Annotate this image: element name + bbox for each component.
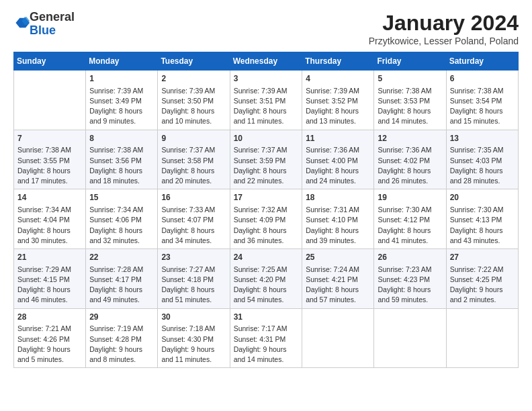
- logo-icon: [15, 15, 30, 30]
- calendar-day-cell: 10Sunrise: 7:37 AMSunset: 3:59 PMDayligh…: [230, 130, 302, 189]
- calendar-day-cell: 16Sunrise: 7:33 AMSunset: 4:07 PMDayligh…: [158, 189, 230, 249]
- day-number: 29: [89, 312, 154, 323]
- title-block: January 2024 Przytkowice, Lesser Poland,…: [369, 11, 519, 46]
- calendar-day-cell: 1Sunrise: 7:39 AMSunset: 3:49 PMDaylight…: [86, 71, 158, 130]
- calendar-day-cell: 17Sunrise: 7:32 AMSunset: 4:09 PMDayligh…: [230, 189, 302, 249]
- location-text: Przytkowice, Lesser Poland, Poland: [369, 36, 519, 46]
- day-info: Sunrise: 7:37 AMSunset: 3:58 PMDaylight:…: [161, 145, 226, 186]
- calendar-week-row: 14Sunrise: 7:34 AMSunset: 4:04 PMDayligh…: [14, 189, 519, 249]
- calendar-day-cell: 30Sunrise: 7:18 AMSunset: 4:30 PMDayligh…: [158, 308, 230, 368]
- day-number: 19: [378, 192, 442, 203]
- day-number: 17: [234, 192, 299, 203]
- day-info: Sunrise: 7:17 AMSunset: 4:31 PMDaylight:…: [234, 324, 299, 365]
- calendar-day-cell: 3Sunrise: 7:39 AMSunset: 3:51 PMDaylight…: [230, 71, 302, 130]
- day-number: 2: [161, 73, 226, 85]
- day-info: Sunrise: 7:30 AMSunset: 4:13 PMDaylight:…: [450, 205, 515, 246]
- day-number: 15: [89, 192, 154, 203]
- weekday-header-cell: Saturday: [446, 52, 518, 71]
- day-number: 24: [234, 252, 299, 263]
- day-info: Sunrise: 7:30 AMSunset: 4:12 PMDaylight:…: [378, 205, 442, 246]
- month-title: January 2024: [369, 11, 519, 36]
- day-number: 27: [450, 252, 515, 263]
- day-info: Sunrise: 7:39 AMSunset: 3:52 PMDaylight:…: [306, 86, 370, 127]
- calendar-day-cell: 22Sunrise: 7:28 AMSunset: 4:17 PMDayligh…: [86, 249, 158, 309]
- day-number: 30: [161, 312, 226, 323]
- day-info: Sunrise: 7:19 AMSunset: 4:28 PMDaylight:…: [89, 324, 154, 365]
- day-info: Sunrise: 7:36 AMSunset: 4:00 PMDaylight:…: [306, 145, 370, 186]
- logo-blue-text: Blue: [30, 24, 56, 37]
- day-number: 11: [306, 133, 370, 144]
- day-info: Sunrise: 7:27 AMSunset: 4:18 PMDaylight:…: [161, 265, 226, 306]
- day-info: Sunrise: 7:22 AMSunset: 4:25 PMDaylight:…: [450, 265, 515, 306]
- calendar-day-cell: 8Sunrise: 7:38 AMSunset: 3:56 PMDaylight…: [86, 130, 158, 189]
- calendar-day-cell: 18Sunrise: 7:31 AMSunset: 4:10 PMDayligh…: [302, 189, 374, 249]
- weekday-header-row: SundayMondayTuesdayWednesdayThursdayFrid…: [14, 52, 519, 71]
- day-info: Sunrise: 7:38 AMSunset: 3:53 PMDaylight:…: [378, 86, 442, 127]
- calendar-day-cell: 6Sunrise: 7:38 AMSunset: 3:54 PMDaylight…: [446, 71, 518, 130]
- day-info: Sunrise: 7:34 AMSunset: 4:04 PMDaylight:…: [17, 205, 82, 246]
- day-info: Sunrise: 7:38 AMSunset: 3:55 PMDaylight:…: [17, 145, 82, 186]
- calendar-week-row: 1Sunrise: 7:39 AMSunset: 3:49 PMDaylight…: [14, 71, 519, 130]
- day-number: 23: [161, 252, 226, 263]
- calendar-day-cell: 28Sunrise: 7:21 AMSunset: 4:26 PMDayligh…: [14, 308, 86, 368]
- calendar-day-cell: 15Sunrise: 7:34 AMSunset: 4:06 PMDayligh…: [86, 189, 158, 249]
- day-number: 13: [450, 133, 515, 144]
- day-number: 22: [89, 252, 154, 263]
- calendar-day-cell: 12Sunrise: 7:36 AMSunset: 4:02 PMDayligh…: [374, 130, 446, 189]
- calendar-day-cell: 31Sunrise: 7:17 AMSunset: 4:31 PMDayligh…: [230, 308, 302, 368]
- weekday-header-cell: Wednesday: [230, 52, 302, 71]
- calendar-day-cell: 21Sunrise: 7:29 AMSunset: 4:15 PMDayligh…: [14, 249, 86, 309]
- day-info: Sunrise: 7:36 AMSunset: 4:02 PMDaylight:…: [378, 145, 442, 186]
- calendar-day-cell: 20Sunrise: 7:30 AMSunset: 4:13 PMDayligh…: [446, 189, 518, 249]
- day-number: 8: [89, 133, 154, 144]
- day-number: 20: [450, 192, 515, 203]
- calendar-day-cell: 2Sunrise: 7:39 AMSunset: 3:50 PMDaylight…: [158, 71, 230, 130]
- calendar-day-cell: [374, 308, 446, 368]
- day-info: Sunrise: 7:29 AMSunset: 4:15 PMDaylight:…: [17, 265, 82, 306]
- day-number: 1: [89, 73, 154, 85]
- calendar-body: 1Sunrise: 7:39 AMSunset: 3:49 PMDaylight…: [14, 71, 519, 368]
- day-info: Sunrise: 7:31 AMSunset: 4:10 PMDaylight:…: [306, 205, 370, 246]
- day-info: Sunrise: 7:25 AMSunset: 4:20 PMDaylight:…: [234, 265, 299, 306]
- day-number: 31: [234, 312, 299, 323]
- calendar-day-cell: 29Sunrise: 7:19 AMSunset: 4:28 PMDayligh…: [86, 308, 158, 368]
- calendar-day-cell: 27Sunrise: 7:22 AMSunset: 4:25 PMDayligh…: [446, 249, 518, 309]
- calendar-day-cell: [302, 308, 374, 368]
- calendar-day-cell: [446, 308, 518, 368]
- calendar-day-cell: 7Sunrise: 7:38 AMSunset: 3:55 PMDaylight…: [14, 130, 86, 189]
- logo-general-text: General: [30, 10, 75, 24]
- calendar-day-cell: 11Sunrise: 7:36 AMSunset: 4:00 PMDayligh…: [302, 130, 374, 189]
- calendar-day-cell: 26Sunrise: 7:23 AMSunset: 4:23 PMDayligh…: [374, 249, 446, 309]
- calendar-day-cell: 5Sunrise: 7:38 AMSunset: 3:53 PMDaylight…: [374, 71, 446, 130]
- day-info: Sunrise: 7:39 AMSunset: 3:50 PMDaylight:…: [161, 86, 226, 127]
- page-header: General Blue January 2024 Przytkowice, L…: [13, 11, 519, 46]
- day-info: Sunrise: 7:28 AMSunset: 4:17 PMDaylight:…: [89, 265, 154, 306]
- weekday-header-cell: Monday: [86, 52, 158, 71]
- calendar-day-cell: 24Sunrise: 7:25 AMSunset: 4:20 PMDayligh…: [230, 249, 302, 309]
- day-number: 7: [17, 133, 82, 144]
- day-info: Sunrise: 7:39 AMSunset: 3:51 PMDaylight:…: [234, 86, 299, 127]
- day-info: Sunrise: 7:38 AMSunset: 3:56 PMDaylight:…: [89, 145, 154, 186]
- calendar-week-row: 28Sunrise: 7:21 AMSunset: 4:26 PMDayligh…: [14, 308, 519, 368]
- day-info: Sunrise: 7:24 AMSunset: 4:21 PMDaylight:…: [306, 265, 370, 306]
- calendar-day-cell: 25Sunrise: 7:24 AMSunset: 4:21 PMDayligh…: [302, 249, 374, 309]
- weekday-header-cell: Tuesday: [158, 52, 230, 71]
- day-info: Sunrise: 7:38 AMSunset: 3:54 PMDaylight:…: [450, 86, 515, 127]
- day-info: Sunrise: 7:32 AMSunset: 4:09 PMDaylight:…: [234, 205, 299, 246]
- calendar-day-cell: 19Sunrise: 7:30 AMSunset: 4:12 PMDayligh…: [374, 189, 446, 249]
- day-number: 28: [17, 312, 82, 323]
- day-info: Sunrise: 7:39 AMSunset: 3:49 PMDaylight:…: [89, 86, 154, 127]
- day-number: 18: [306, 192, 370, 203]
- calendar-day-cell: 9Sunrise: 7:37 AMSunset: 3:58 PMDaylight…: [158, 130, 230, 189]
- day-info: Sunrise: 7:18 AMSunset: 4:30 PMDaylight:…: [161, 324, 226, 365]
- day-number: 9: [161, 133, 226, 144]
- day-number: 25: [306, 252, 370, 263]
- logo: General Blue: [13, 11, 75, 38]
- calendar-day-cell: 4Sunrise: 7:39 AMSunset: 3:52 PMDaylight…: [302, 71, 374, 130]
- calendar-week-row: 21Sunrise: 7:29 AMSunset: 4:15 PMDayligh…: [14, 249, 519, 309]
- calendar-table: SundayMondayTuesdayWednesdayThursdayFrid…: [13, 52, 519, 368]
- weekday-header-cell: Thursday: [302, 52, 374, 71]
- day-number: 21: [17, 252, 82, 263]
- day-number: 3: [234, 73, 299, 85]
- calendar-day-cell: 13Sunrise: 7:35 AMSunset: 4:03 PMDayligh…: [446, 130, 518, 189]
